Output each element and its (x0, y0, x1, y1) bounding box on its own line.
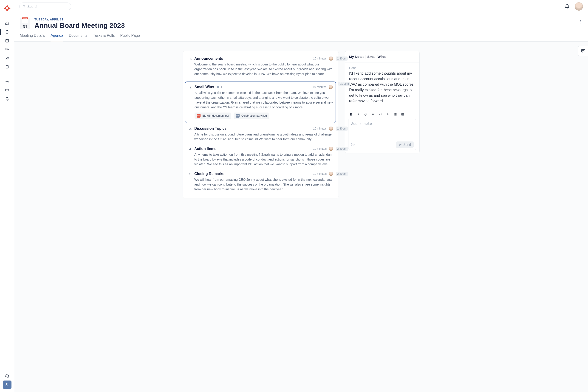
italic-icon[interactable]: I (356, 112, 360, 116)
svg-point-11 (580, 20, 581, 21)
top-notifications-icon[interactable] (564, 4, 570, 10)
search-icon (22, 4, 26, 8)
timeline-time: 2:30pm (338, 82, 350, 86)
emoji-icon[interactable] (351, 142, 355, 147)
note-count: 1 (220, 86, 222, 89)
tab-agenda[interactable]: Agenda (50, 34, 63, 41)
note-icon (216, 86, 220, 89)
tab-public-page[interactable]: Public Page (120, 34, 140, 41)
tab-meeting-details[interactable]: Meeting Details (20, 34, 45, 41)
timeline-time: 2:30pm (336, 56, 348, 61)
agenda-item-title: Discussion Topics (194, 126, 226, 131)
presenter-avatar (329, 126, 333, 131)
image-icon[interactable] (386, 112, 390, 116)
presenter-avatar (329, 85, 333, 89)
timeline-time: 2:30pm (336, 147, 348, 151)
nav-divider (3, 74, 11, 74)
nav-add-user[interactable] (3, 380, 12, 389)
svg-point-2 (6, 57, 7, 58)
logo (3, 4, 11, 12)
topbar (14, 0, 588, 13)
numbered-list-icon[interactable] (400, 112, 405, 116)
agenda-item-duration: 10 minutes (313, 86, 326, 89)
agenda-item-title: Announcements (194, 56, 223, 61)
agenda-item-duration: 10 minutes (313, 147, 326, 150)
header-eyebrow: TUESDAY, APRIL 31 (34, 18, 125, 21)
notes-panel: My Notes | Small Wins Date I'd like to a… (345, 51, 420, 154)
jpg-icon (236, 114, 240, 118)
notes-title: My Notes | Small Wins (349, 55, 415, 58)
agenda-item-desc: A time for discussion around future plan… (194, 132, 333, 142)
page-header: JAN 31 TUESDAY, APRIL 31 Annual Board Me… (14, 13, 588, 30)
nav-document[interactable] (3, 28, 12, 36)
bold-icon[interactable]: B (349, 112, 353, 116)
agenda-item-title: Closing Remarks (194, 172, 224, 176)
timeline-time: 2:30pm (336, 126, 348, 131)
svg-rect-6 (6, 89, 9, 91)
code-icon[interactable] (378, 112, 383, 116)
nav-people[interactable] (3, 54, 12, 62)
attachment-chip[interactable]: Celebration-party.jpg (234, 112, 269, 119)
agenda-item[interactable]: 2:30pm 4. Action Items 10 minutes Any it… (187, 147, 333, 172)
search-input[interactable] (27, 4, 68, 8)
note-textarea[interactable] (348, 119, 416, 140)
tab-tasks-polls[interactable]: Tasks & Polls (93, 34, 114, 41)
agenda-item[interactable]: 2:30pm 2. Small Wins 1 10 minutes (185, 82, 336, 123)
agenda-item[interactable]: 2:30pm 5. Closing Remarks 10 minutes We … (187, 172, 333, 192)
attachment-label: Big-win-document.pdf (202, 114, 229, 117)
nav-billing[interactable] (3, 86, 12, 94)
svg-point-10 (23, 5, 24, 7)
send-label: Send (403, 143, 411, 146)
nav-home[interactable] (3, 19, 12, 27)
attachment-label: Celebration-party.jpg (242, 114, 267, 117)
send-button[interactable]: Send (396, 142, 414, 148)
nav-notifications[interactable] (3, 95, 12, 103)
agenda-item[interactable]: 2:30pm 3. Discussion Topics 10 minutes A… (187, 126, 333, 147)
svg-point-5 (6, 81, 8, 82)
agenda-item-duration: 10 minutes (313, 127, 326, 130)
agenda-item-number: 4. (187, 147, 192, 167)
svg-rect-8 (8, 376, 8, 377)
timeline-time: 2:30pm (336, 172, 348, 176)
agenda-item-title: Action Items (194, 147, 216, 151)
header-more-icon[interactable] (578, 18, 582, 24)
bullet-list-icon[interactable] (393, 112, 397, 116)
svg-point-13 (580, 23, 581, 23)
svg-rect-7 (6, 376, 6, 377)
user-avatar[interactable] (575, 2, 583, 10)
pdf-icon (197, 114, 200, 118)
nav-messages[interactable] (3, 46, 12, 53)
date-month: JAN (22, 18, 28, 19)
svg-point-9 (6, 384, 7, 385)
nav-calendar[interactable] (3, 37, 12, 44)
date-day: 31 (23, 24, 27, 30)
page-title: Annual Board Meeting 2023 (34, 22, 125, 30)
agenda-item-desc: Any items to take action on from this me… (194, 152, 333, 167)
note-editor: Send (348, 119, 416, 150)
svg-point-14 (387, 114, 388, 114)
left-sidebar (0, 0, 14, 392)
link-icon[interactable] (364, 112, 368, 116)
agenda-item-number: 2. (187, 85, 192, 119)
search-box[interactable] (19, 2, 71, 10)
svg-point-19 (352, 144, 352, 144)
svg-point-18 (351, 143, 354, 146)
presenter-avatar (329, 56, 333, 61)
agenda-item-duration: 10 minutes (313, 57, 326, 60)
nav-book[interactable] (3, 63, 12, 71)
agenda-item[interactable]: 2:30pm 1. Announcements 10 minutes Welco… (187, 56, 333, 82)
svg-point-0 (6, 7, 8, 10)
svg-rect-1 (6, 40, 8, 42)
date-badge: JAN 31 (20, 18, 30, 30)
presenter-avatar (329, 172, 333, 176)
attachment-chip[interactable]: Big-win-document.pdf (194, 112, 231, 119)
nav-settings[interactable] (3, 78, 12, 85)
agenda-item-desc: Welcome to the yearly board meeting whic… (194, 62, 333, 76)
tab-documents[interactable]: Documents (69, 34, 87, 41)
nav-support[interactable] (3, 372, 12, 380)
floating-chat-button[interactable] (578, 46, 588, 56)
agenda-item-desc: We will hear from our amazing CEO Jenny … (194, 177, 333, 192)
svg-rect-21 (581, 49, 585, 52)
quote-icon[interactable] (371, 112, 375, 116)
tabs: Meeting Details Agenda Documents Tasks &… (14, 30, 588, 42)
